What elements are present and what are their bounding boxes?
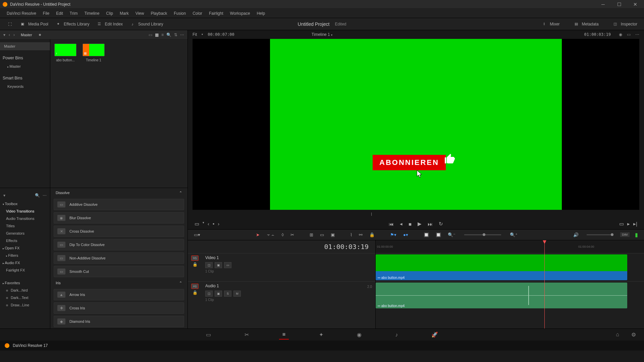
smart-bins-section[interactable]: Smart Bins bbox=[0, 74, 50, 82]
metadata-button[interactable]: Metadata bbox=[582, 22, 599, 26]
edit-index-icon[interactable]: ☰ bbox=[96, 21, 102, 27]
inspector-icon[interactable]: ◫ bbox=[612, 21, 618, 27]
trim-tool[interactable]: ⫟⫠ bbox=[265, 232, 276, 238]
dim-button[interactable]: DIM bbox=[620, 232, 630, 237]
edit-page-icon[interactable]: ≡ bbox=[279, 330, 289, 340]
fav-item[interactable]: Dark...Text bbox=[0, 294, 50, 301]
menu-workspace[interactable]: Workspace bbox=[227, 11, 254, 16]
media-page-icon[interactable]: ▭ bbox=[203, 330, 214, 339]
bin-master[interactable]: Master bbox=[0, 42, 50, 50]
taskbar-app-name[interactable]: DaVinci Resolve 17 bbox=[13, 343, 48, 348]
mixer-button[interactable]: Mixer bbox=[550, 22, 559, 26]
fx-entry[interactable]: ▭Smooth Cut bbox=[54, 266, 184, 277]
fx-entry[interactable]: ▭Non-Additive Dissolve bbox=[54, 252, 184, 264]
inspector-button[interactable]: Inspector bbox=[621, 22, 637, 26]
menu-view[interactable]: View bbox=[132, 11, 148, 16]
menu-trim[interactable]: Trim bbox=[66, 11, 81, 16]
metadata-icon[interactable]: ▤ bbox=[573, 21, 579, 27]
blade-tool[interactable]: ✂ bbox=[289, 232, 296, 238]
video-clip[interactable]: ⚯ abo button.mp4 bbox=[376, 254, 627, 280]
go-last-button[interactable]: ⏭ bbox=[428, 221, 433, 227]
step-fwd-icon[interactable]: ▸ bbox=[627, 221, 630, 227]
flag-tool[interactable]: ⚑▾ bbox=[389, 232, 398, 238]
smart-bin-keywords[interactable]: Keywords bbox=[0, 82, 50, 90]
settings-icon[interactable]: ⚙ bbox=[628, 330, 639, 339]
media-pool-icon[interactable]: ▣ bbox=[19, 21, 25, 27]
effects-library-icon[interactable]: ✦ bbox=[55, 21, 61, 27]
menu-clip[interactable]: Clip bbox=[103, 11, 116, 16]
link-tool[interactable]: ⚯ bbox=[358, 232, 364, 238]
single-viewer-icon[interactable]: ▭ bbox=[627, 32, 631, 37]
replace-tool[interactable]: ▣ bbox=[329, 232, 336, 238]
color-page-icon[interactable]: ◉ bbox=[354, 330, 365, 339]
timeline-canvas[interactable]: 01:00:00:00 01:00:04:00 ⚯ abo button.mp4 bbox=[376, 240, 644, 328]
prev-edit-icon[interactable]: ‹ bbox=[208, 221, 209, 227]
zoom-in-icon[interactable]: 🔍⁺ bbox=[508, 232, 519, 238]
match-frame-icon[interactable]: ▭ bbox=[195, 221, 199, 227]
fx-group-iris[interactable]: Iris⌃ bbox=[54, 278, 184, 288]
media-timeline[interactable]: ▦ Timeline 1 bbox=[83, 44, 105, 62]
track-lock-icon[interactable]: 🔒 bbox=[193, 262, 198, 267]
list-view-icon[interactable]: ≡ bbox=[161, 33, 164, 37]
menu-mark[interactable]: Mark bbox=[116, 11, 132, 16]
step-fwd2-icon[interactable]: ▸| bbox=[633, 221, 637, 227]
media-clip[interactable]: ♪ abo button... bbox=[54, 44, 76, 62]
minimize-button[interactable]: ─ bbox=[597, 1, 609, 8]
edit-index-button[interactable]: Edit Index bbox=[105, 22, 123, 26]
collapse-icon[interactable]: ⌃ bbox=[179, 191, 182, 195]
auto-select-button[interactable]: ◫ bbox=[205, 291, 213, 297]
collapse-icon[interactable]: ⌃ bbox=[179, 281, 182, 285]
grid-view-icon[interactable]: ▦ bbox=[155, 33, 159, 37]
fx-options-icon[interactable]: ⋯ bbox=[43, 193, 47, 198]
options-icon[interactable]: ⋯ bbox=[180, 33, 184, 37]
search-icon[interactable]: 🔍 bbox=[166, 33, 171, 37]
audio-clip[interactable]: ⚯ abo button.mp4 bbox=[376, 283, 627, 308]
timeline-timecode[interactable]: 01:00:03:19 bbox=[188, 240, 375, 253]
menu-edit[interactable]: Edit bbox=[53, 11, 66, 16]
fx-entry[interactable]: ✚Cross Iris bbox=[54, 302, 184, 314]
menu-file[interactable]: File bbox=[40, 11, 53, 16]
menu-davinci[interactable]: DaVinci Resolve bbox=[3, 11, 40, 16]
sound-library-button[interactable]: Sound Library bbox=[138, 22, 163, 26]
zoom-slider[interactable] bbox=[464, 234, 501, 235]
snap-tool[interactable]: 🔲 bbox=[422, 232, 430, 238]
fx-fairlight[interactable]: Fairlight FX bbox=[0, 266, 50, 274]
fx-search-icon[interactable]: 🔍 bbox=[35, 193, 40, 198]
solo-button[interactable]: S bbox=[224, 291, 231, 297]
fx-video-transitions[interactable]: Video Transitions bbox=[0, 207, 50, 215]
marker-tool[interactable]: ●▾ bbox=[402, 232, 410, 238]
dynamic-trim-tool[interactable]: ◊ bbox=[280, 232, 285, 238]
viewer-options-icon[interactable]: ⋯ bbox=[635, 32, 639, 37]
bin-view-icon[interactable]: ▾ bbox=[3, 33, 5, 37]
zoom-out-icon[interactable]: 🔍⁻ bbox=[446, 232, 457, 238]
fx-entry[interactable]: ◉Blur Dissolve bbox=[54, 212, 184, 224]
fx-cat-toolbox[interactable]: Toolbox bbox=[0, 200, 50, 207]
track-lock-icon[interactable]: 🔒 bbox=[193, 290, 198, 295]
audio-track-badge[interactable]: A1 bbox=[191, 284, 198, 289]
fx-cat-audiofx[interactable]: Audio FX bbox=[0, 259, 50, 266]
fx-entry[interactable]: ◆Diamond Iris bbox=[54, 316, 184, 327]
razor-tool[interactable]: ⌇ bbox=[349, 232, 354, 238]
video-track-badge[interactable]: V1 bbox=[191, 255, 198, 261]
fav-item[interactable]: Draw...Line bbox=[0, 301, 50, 309]
menu-fairlight[interactable]: Fairlight bbox=[206, 11, 227, 16]
fairlight-page-icon[interactable]: ♪ bbox=[392, 330, 401, 339]
fx-effects[interactable]: Effects bbox=[0, 237, 50, 244]
fx-generators[interactable]: Generators bbox=[0, 230, 50, 237]
menu-help[interactable]: Help bbox=[253, 11, 268, 16]
playhead[interactable] bbox=[544, 240, 545, 328]
maximize-button[interactable]: ☐ bbox=[613, 1, 625, 8]
mute-icon[interactable]: 🔊 bbox=[572, 232, 580, 238]
step-back-button[interactable]: ◂ bbox=[400, 221, 402, 227]
cut-page-icon[interactable]: ✂ bbox=[241, 330, 252, 339]
timeline-name[interactable]: Timeline 1 bbox=[312, 32, 330, 37]
fx-cat-openfx[interactable]: Open FX bbox=[0, 244, 50, 252]
auto-select-button[interactable]: ◫ bbox=[205, 262, 213, 268]
effects-library-button[interactable]: Effects Library bbox=[64, 22, 89, 26]
loop-button[interactable]: ↻ bbox=[439, 221, 443, 227]
play-button[interactable]: ▶ bbox=[418, 221, 422, 227]
timeline-view-icon[interactable]: ▭▾ bbox=[193, 232, 202, 238]
fav-item[interactable]: Dark...hird bbox=[0, 287, 50, 294]
fusion-page-icon[interactable]: ✦ bbox=[316, 330, 327, 339]
close-button[interactable]: ✕ bbox=[629, 1, 641, 8]
